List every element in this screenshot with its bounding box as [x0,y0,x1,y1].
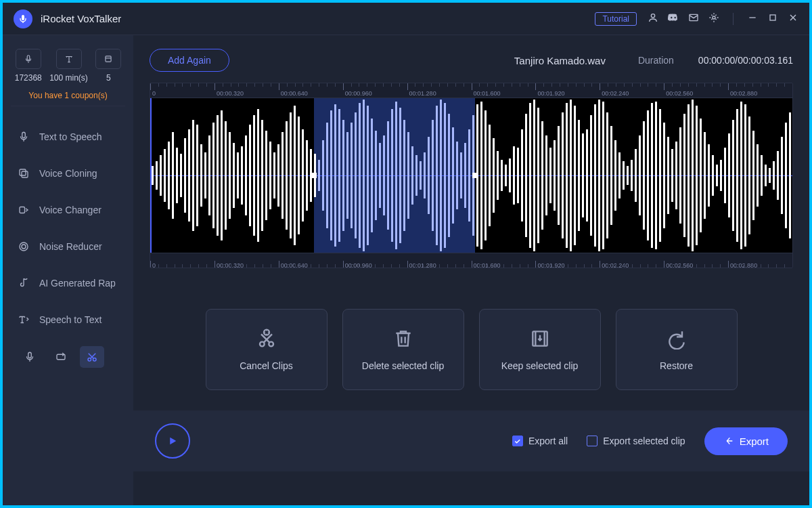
waveform-bars [152,98,791,253]
mic-icon [24,54,33,64]
main-panel: Add Again Tanjiro Kamado.wav Duration 00… [133,35,809,505]
nav-label: Voice Changer [39,205,102,215]
nav-label: AI Generated Rap [39,278,116,289]
clip-label: Restore [660,360,693,371]
sidebar-bottom-icons [3,346,133,368]
nav-label: Noise Reducer [39,241,102,252]
nav-ai-rap[interactable]: AI Generated Rap [3,265,133,301]
stt-icon [18,314,30,326]
user-icon[interactable] [648,12,658,26]
svg-point-14 [22,245,26,249]
waveform[interactable] [150,98,792,253]
text-icon [64,54,74,64]
svg-rect-13 [20,207,25,213]
svg-rect-11 [20,169,26,175]
main-header: Add Again Tanjiro Kamado.wav Duration 00… [150,49,793,72]
ruler-bottom[interactable]: 000:00.32000:00.64000:00.96000:01.28000:… [150,253,792,268]
app-window: iRocket VoxTalker Tutorial 172368 100 [3,3,809,505]
svg-rect-16 [28,352,32,358]
maximize-icon[interactable] [767,12,778,26]
nav-noise-reducer[interactable]: Noise Reducer [3,228,133,265]
clip-label: Cancel Clips [240,360,293,371]
rap-icon [18,277,30,289]
coupon-text[interactable]: You have 1 coupon(s) [11,85,125,106]
checkbox-label: Export all [528,436,568,446]
settings-icon[interactable] [708,12,719,26]
ruler-top[interactable]: 000:00.32000:00.64000:00.96000:01.28000:… [150,83,792,98]
stats-row: 172368 100 min(s) 5 [3,43,133,85]
nav: Text to Speech Voice Cloning Voice Chang… [3,119,133,338]
nav-label: Voice Cloning [39,168,97,179]
nav-voice-cloning[interactable]: Voice Cloning [3,155,133,192]
restore-button[interactable]: Restore [616,309,738,390]
clip-label: Delete selected clip [362,360,444,371]
checkbox-icon [587,436,597,446]
waveform-container: 000:00.32000:00.64000:00.96000:01.28000:… [150,83,793,268]
svg-point-20 [260,342,265,347]
export-label: Export [740,436,769,447]
film-down-icon [529,328,551,350]
titlebar: iRocket VoxTalker Tutorial [3,3,809,35]
svg-rect-8 [106,56,111,62]
tutorial-button[interactable]: Tutorial [595,12,637,26]
selection-handle-left[interactable] [311,173,317,178]
stat-credits[interactable]: 172368 [15,49,42,83]
noise-icon [18,240,30,253]
checkbox-label: Export selected clip [603,436,685,446]
cancel-clips-button[interactable]: Cancel Clips [206,309,328,390]
selection-handle-right[interactable] [472,173,478,178]
export-icon [723,436,734,446]
record-icon[interactable] [18,346,42,368]
svg-point-21 [269,342,273,347]
play-icon [166,435,179,447]
scissors-x-icon [256,328,277,350]
titlebar-icons [648,12,798,26]
playhead[interactable] [150,98,152,253]
stat-minutes[interactable]: 100 min(s) [49,49,88,83]
clip-actions: Cancel Clips Delete selected clip Keep s… [150,309,793,390]
svg-point-0 [651,14,654,17]
loop-icon[interactable] [49,346,73,368]
box-icon [104,54,113,64]
clip-label: Keep selected clip [501,360,579,371]
restore-icon [666,328,687,350]
clone-icon [18,167,30,179]
duration-value: 00:00:00/00:00:03.161 [698,55,793,66]
stat-count[interactable]: 5 [95,49,121,83]
add-again-button[interactable]: Add Again [150,49,229,72]
footer: Export all Export selected clip Export [133,410,809,471]
minimize-icon[interactable] [747,12,758,26]
svg-rect-12 [22,171,28,177]
nav-speech-to-text[interactable]: Speech to Text [3,301,133,338]
keep-clip-button[interactable]: Keep selected clip [479,309,601,390]
close-icon[interactable] [788,12,798,26]
mic-icon [18,131,30,143]
svg-rect-4 [770,15,775,20]
nav-voice-changer[interactable]: Voice Changer [3,192,133,228]
svg-point-15 [20,242,28,251]
changer-icon [18,204,30,216]
sidebar: 172368 100 min(s) 5 You have 1 coupon(s)… [3,35,133,505]
nav-text-to-speech[interactable]: Text to Speech [3,119,133,155]
filename-label: Tanjiro Kamado.wav [514,55,606,66]
trash-icon [392,328,414,350]
svg-point-2 [713,16,715,19]
mail-icon[interactable] [688,12,699,26]
export-button[interactable]: Export [704,427,788,455]
delete-clip-button[interactable]: Delete selected clip [342,309,464,390]
checkbox-icon [512,436,523,446]
nav-label: Speech to Text [39,314,102,325]
nav-label: Text to Speech [39,131,102,142]
export-selected-checkbox[interactable]: Export selected clip [587,436,685,446]
svg-rect-7 [27,56,30,60]
app-title: iRocket VoxTalker [41,13,121,24]
export-all-checkbox[interactable]: Export all [512,436,568,446]
app-logo [14,9,32,28]
duration-label: Duration [638,55,674,66]
play-button[interactable] [155,423,190,459]
cut-icon[interactable] [80,346,104,368]
svg-rect-10 [22,132,26,137]
discord-icon[interactable] [668,12,679,26]
